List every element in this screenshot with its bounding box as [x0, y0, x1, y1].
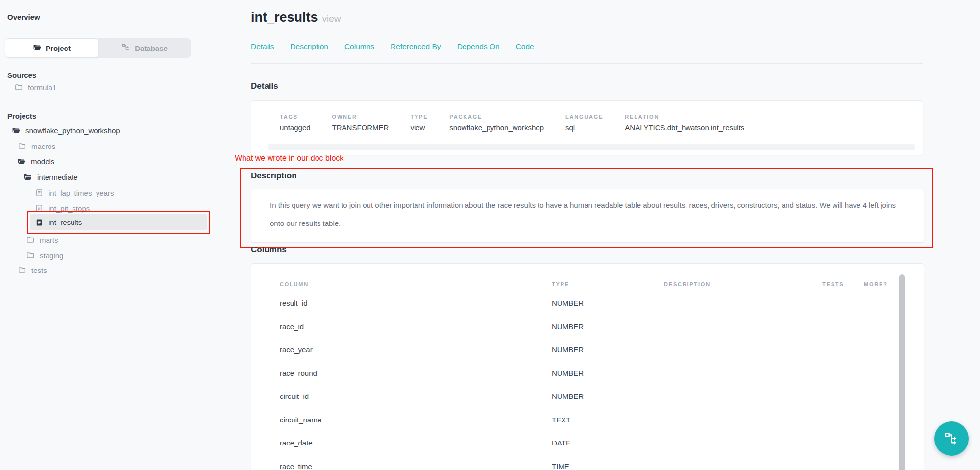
description-card: In this query we want to join out other …: [251, 189, 924, 243]
column-header-tests: TESTS: [822, 281, 864, 287]
detail-field-type: TYPE view: [410, 114, 428, 132]
detail-field-value: sql: [565, 124, 603, 132]
tab-depends-on[interactable]: Depends On: [457, 42, 500, 51]
overview-label: Overview: [7, 13, 40, 21]
column-name-cell: race_id: [280, 322, 552, 331]
sidebar-item-label: int_lap_times_years: [49, 189, 114, 197]
sidebar-item-staging[interactable]: staging: [26, 250, 63, 261]
sidebar-item-snowflake-python-workshop[interactable]: snowflake_python_workshop: [12, 125, 120, 136]
annotation-doc-block-note: What we wrote in our doc block: [235, 154, 343, 163]
column-header-column: COLUMN: [280, 281, 552, 287]
column-name-cell: race_round: [280, 369, 552, 377]
tab-details[interactable]: Details: [251, 42, 274, 51]
detail-field-owner: OWNER TRANSFORMER: [332, 114, 389, 132]
sources-section-label: Sources: [7, 71, 36, 79]
column-name-cell: race_date: [280, 439, 552, 447]
table-row-race-id[interactable]: race_id NUMBER: [251, 315, 924, 339]
folder-open-icon: [33, 43, 41, 53]
sidebar-item-label: int_results: [49, 218, 82, 226]
column-type-cell: NUMBER: [552, 369, 664, 377]
folder-icon: [26, 236, 34, 244]
detail-field-value: TRANSFORMER: [332, 124, 389, 132]
table-row-race-time[interactable]: race_time TIME: [251, 455, 924, 470]
document-icon: [35, 204, 43, 212]
folder-icon: [26, 251, 34, 259]
database-tree-icon: [122, 43, 130, 53]
detail-field-label: OWNER: [332, 114, 389, 120]
detail-field-label: TYPE: [410, 114, 428, 120]
view-toggle: Project Database: [5, 38, 191, 58]
tab-bar: Details Description Columns Referenced B…: [251, 42, 534, 51]
sidebar-item-int-pit-stops[interactable]: int_pit_stops: [35, 203, 90, 214]
detail-field-label: TAGS: [280, 114, 311, 120]
columns-section-heading: Columns: [251, 245, 287, 255]
column-header-more: MORE?: [864, 281, 904, 287]
column-header-type: TYPE: [552, 281, 664, 287]
toggle-database-button[interactable]: Database: [98, 38, 191, 58]
projects-section-label: Projects: [7, 112, 36, 120]
column-name-cell: circuit_id: [280, 392, 552, 400]
details-section-heading: Details: [251, 81, 278, 91]
tab-columns[interactable]: Columns: [344, 42, 374, 51]
columns-card: COLUMN TYPE DESCRIPTION TESTS MORE? resu…: [251, 263, 924, 470]
columns-table-body: result_id NUMBER race_id NUMBER race_yea…: [251, 292, 924, 470]
sidebar: Overview Project Database Sources formul…: [0, 0, 216, 470]
detail-field-label: RELATION: [625, 114, 744, 120]
header-divider: [251, 63, 923, 64]
sidebar-item-marts[interactable]: marts: [26, 234, 58, 245]
sidebar-item-label: formula1: [28, 83, 56, 92]
folder-icon: [15, 83, 23, 91]
sidebar-item-tests[interactable]: tests: [18, 265, 47, 275]
document-filled-icon: [35, 219, 43, 226]
sidebar-item-label: intermediate: [37, 173, 78, 181]
sidebar-item-models[interactable]: models: [17, 156, 54, 167]
column-type-cell: DATE: [552, 439, 664, 447]
column-type-cell: NUMBER: [552, 346, 664, 354]
details-card: TAGS untagged OWNER TRANSFORMER TYPE vie…: [251, 100, 923, 155]
description-text: In this query we want to join out other …: [251, 189, 924, 239]
columns-table-header: COLUMN TYPE DESCRIPTION TESTS MORE?: [251, 264, 924, 287]
column-name-cell: circuit_name: [280, 416, 552, 424]
folder-icon: [18, 142, 26, 150]
detail-field-value: view: [410, 124, 428, 132]
column-type-cell: NUMBER: [552, 322, 664, 331]
details-fields: TAGS untagged OWNER TRANSFORMER TYPE vie…: [251, 101, 923, 132]
column-header-description: DESCRIPTION: [664, 281, 822, 287]
table-row-race-date[interactable]: race_date DATE: [251, 431, 924, 455]
table-row-circuit-name[interactable]: circuit_name TEXT: [251, 408, 924, 432]
model-name: int_results: [251, 10, 318, 25]
detail-field-tags: TAGS untagged: [280, 114, 311, 132]
tab-referenced-by[interactable]: Referenced By: [391, 42, 441, 51]
sidebar-item-int-lap-times-years[interactable]: int_lap_times_years: [35, 187, 114, 198]
lineage-graph-button[interactable]: [934, 421, 969, 456]
sidebar-item-formula1[interactable]: formula1: [15, 82, 56, 93]
table-row-circuit-id[interactable]: circuit_id NUMBER: [251, 385, 924, 408]
sidebar-item-macros[interactable]: macros: [18, 141, 55, 151]
detail-field-label: LANGUAGE: [565, 114, 603, 120]
sidebar-item-intermediate[interactable]: intermediate: [24, 172, 78, 182]
sidebar-item-label: tests: [31, 266, 47, 274]
detail-field-value: snowflake_python_workshop: [449, 124, 544, 132]
column-type-cell: TIME: [552, 462, 664, 470]
collapsed-row-strip: [268, 144, 915, 150]
tab-description[interactable]: Description: [290, 42, 328, 51]
model-type-subtitle: view: [322, 13, 341, 24]
tab-code[interactable]: Code: [516, 42, 534, 51]
columns-table-scrollbar[interactable]: [899, 274, 905, 470]
sidebar-item-label: staging: [40, 251, 63, 260]
table-row-race-year[interactable]: race_year NUMBER: [251, 338, 924, 362]
sidebar-item-int-results[interactable]: int_results: [30, 214, 207, 230]
sidebar-item-label: marts: [40, 236, 58, 244]
column-name-cell: result_id: [280, 299, 552, 307]
sidebar-item-label: snowflake_python_workshop: [25, 126, 120, 135]
table-row-result-id[interactable]: result_id NUMBER: [251, 292, 924, 315]
folder-open-icon: [24, 173, 32, 181]
document-icon: [35, 189, 43, 197]
table-row-race-round[interactable]: race_round NUMBER: [251, 362, 924, 385]
toggle-project-button[interactable]: Project: [5, 38, 98, 58]
column-type-cell: NUMBER: [552, 299, 664, 307]
sidebar-item-label: macros: [31, 142, 55, 150]
detail-field-language: LANGUAGE sql: [565, 114, 603, 132]
detail-field-value: untagged: [280, 124, 311, 132]
folder-icon: [18, 266, 26, 274]
